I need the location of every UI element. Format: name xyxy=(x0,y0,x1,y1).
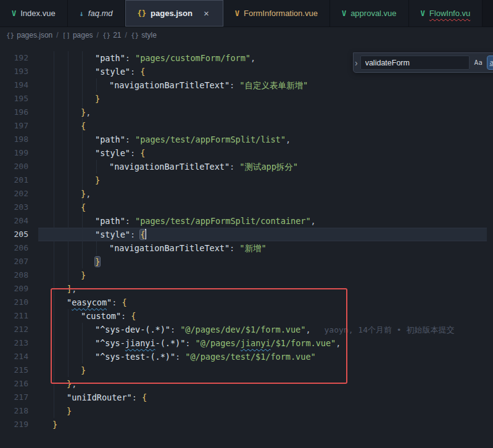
code-token: "navigationBarTitleText" xyxy=(109,162,230,172)
tab-pages.json[interactable]: {}pages.json× xyxy=(125,0,223,27)
code-token: jianyi xyxy=(241,338,271,348)
code-token: "@/pages/test/$1/form.vue" xyxy=(185,352,315,362)
code-line[interactable]: 200"navigationBarTitleText": "测试app拆分" xyxy=(0,160,493,173)
code-token: : xyxy=(112,297,122,307)
code-token: jianyi xyxy=(125,338,155,348)
code-text: } xyxy=(0,418,57,431)
tab-approval.vue[interactable]: Vapproval.vue xyxy=(330,0,409,27)
whole-word-toggle[interactable]: ab xyxy=(487,56,493,69)
code-text: }, xyxy=(0,187,91,201)
breadcrumb-separator: / xyxy=(56,31,58,39)
code-token: } xyxy=(67,379,72,389)
code-line[interactable]: 208} xyxy=(0,268,493,282)
code-text: } xyxy=(0,92,100,106)
code-token: , xyxy=(286,135,291,144)
code-token: : xyxy=(130,67,140,77)
editor-pane[interactable]: 192"path": "pages/customForm/form",193"s… xyxy=(0,43,493,448)
code-token: "@/pages/dev/$1/form.vue" xyxy=(180,325,305,334)
code-line[interactable]: 205"style": { xyxy=(0,228,493,241)
markdown-icon: ↓ xyxy=(80,9,84,18)
code-line[interactable]: 202}, xyxy=(0,187,493,201)
code-line[interactable]: 207} xyxy=(0,255,493,268)
code-text: "path": "pages/test/appFormSplit/contain… xyxy=(0,214,316,228)
code-text: "path": "pages/test/appFormSplit/list", xyxy=(0,133,291,146)
code-token: } xyxy=(95,175,100,185)
object-icon: {} xyxy=(102,31,110,39)
code-line[interactable]: 209], xyxy=(0,282,493,296)
code-text: "^sys-dev-(.*)": "@/pages/dev/$1/form.vu… xyxy=(0,323,454,337)
code-line[interactable]: 218} xyxy=(0,404,493,418)
code-token: "测试app拆分" xyxy=(239,162,298,172)
code-token: "navigationBarTitleText" xyxy=(109,243,230,253)
breadcrumb-label: pages.json xyxy=(17,31,52,39)
code-line[interactable]: 198"path": "pages/test/appFormSplit/list… xyxy=(0,133,493,146)
breadcrumb-separator: / xyxy=(125,31,127,39)
code-token: "pages/customForm/form" xyxy=(135,53,251,63)
chevron-right-icon[interactable]: › xyxy=(355,58,358,68)
code-line[interactable]: 211"custom": { xyxy=(0,309,493,323)
tab-faq.md[interactable]: ↓faq.md xyxy=(68,0,125,27)
breadcrumb-label: style xyxy=(141,31,157,39)
code-line[interactable]: 216}, xyxy=(0,377,493,391)
tab-label: pages.json xyxy=(151,9,193,18)
code-token: , xyxy=(86,107,91,117)
code-line[interactable]: 219} xyxy=(0,418,493,431)
code-token: : xyxy=(121,311,131,321)
code-token: , xyxy=(86,189,91,199)
tab-Index.vue[interactable]: VIndex.vue xyxy=(0,0,68,27)
code-token: : xyxy=(125,53,135,63)
code-text: } xyxy=(0,255,100,268)
code-line[interactable]: 201} xyxy=(0,173,493,187)
code-token: " xyxy=(67,297,72,307)
close-icon[interactable]: × xyxy=(202,8,211,19)
code-text: "^sys-jianyi-(.*)": "@/pages/jianyi/$1/f… xyxy=(0,336,341,350)
breadcrumb-item-pages[interactable]: []pages xyxy=(62,31,93,39)
toggle-label: Aa xyxy=(474,59,483,67)
code-text: "style": { xyxy=(0,228,146,241)
find-input[interactable] xyxy=(360,56,470,70)
tab-FormInformation.vue[interactable]: VFormInformation.vue xyxy=(223,0,330,27)
code-line[interactable]: 204"path": "pages/test/appFormSplit/cont… xyxy=(0,214,493,228)
tab-label: FormInformation.vue xyxy=(244,9,318,18)
code-text: { xyxy=(0,201,86,214)
code-token: "uniIdRouter" xyxy=(67,392,132,402)
code-token: } xyxy=(81,107,86,117)
code-token: { xyxy=(140,67,145,77)
code-token: ] xyxy=(67,284,72,294)
code-text: "style": { xyxy=(0,65,145,78)
find-toggles: Aaab.* xyxy=(472,56,493,69)
code-token: { xyxy=(140,230,145,239)
code-line[interactable]: 203{ xyxy=(0,201,493,214)
code-token: "custom" xyxy=(81,311,121,321)
code-line[interactable]: 197{ xyxy=(0,119,493,133)
code-token: { xyxy=(122,297,126,307)
toggle-label: ab xyxy=(490,59,493,67)
code-line[interactable]: 194"navigationBarTitleText": "自定义表单新增" xyxy=(0,78,493,92)
code-token: { xyxy=(140,148,145,158)
tab-label: approval.vue xyxy=(350,9,396,18)
code-line[interactable]: 214"^sys-test-(.*)": "@/pages/test/$1/fo… xyxy=(0,350,493,363)
code-line[interactable]: 213"^sys-jianyi-(.*)": "@/pages/jianyi/$… xyxy=(0,336,493,350)
code-token: : xyxy=(132,392,142,402)
breadcrumb-item-21[interactable]: {}21 xyxy=(102,31,122,39)
code-line[interactable]: 199"style": { xyxy=(0,146,493,160)
code-token: "^sys-dev-(.*)" xyxy=(95,325,170,334)
match-case-toggle[interactable]: Aa xyxy=(472,56,485,69)
code-token: " xyxy=(107,297,112,307)
tab-FlowInfo.vu[interactable]: VFlowInfo.vu xyxy=(409,0,483,27)
code-text: "navigationBarTitleText": "自定义表单新增" xyxy=(0,78,308,92)
breadcrumb-item-style[interactable]: {}style xyxy=(131,31,157,39)
code-token: "path" xyxy=(95,53,125,63)
breadcrumb: {}pages.json/[]pages/{}21/{}style xyxy=(0,27,493,43)
code-line[interactable]: 212"^sys-dev-(.*)": "@/pages/dev/$1/form… xyxy=(0,323,493,336)
code-line[interactable]: 210"easycom": { xyxy=(0,296,493,309)
code-line[interactable]: 215} xyxy=(0,363,493,377)
object-icon: {} xyxy=(131,31,139,39)
code-line[interactable]: 206"navigationBarTitleText": "新增" xyxy=(0,241,493,255)
code-line[interactable]: 195} xyxy=(0,92,493,106)
git-blame-annotation: yaoyn, 14个月前 • 初始版本提交 xyxy=(325,325,455,334)
code-token: } xyxy=(81,365,86,375)
breadcrumb-item-pages.json[interactable]: {}pages.json xyxy=(6,31,52,39)
code-line[interactable]: 196}, xyxy=(0,106,493,119)
code-line[interactable]: 217"uniIdRouter": { xyxy=(0,391,493,404)
